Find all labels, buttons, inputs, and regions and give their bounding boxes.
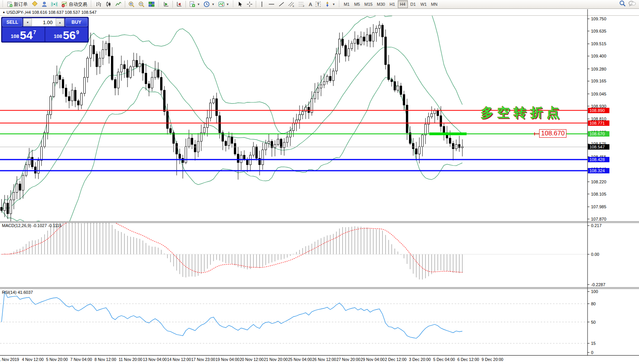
price-label-box[interactable]: 108.670	[539, 129, 566, 138]
main-toolbar: 新订单 自动交易 ▼ ▼ ▼ E F A T ▼ M1M5M15M30H1H4D…	[0, 0, 639, 9]
rsi-tick: 100	[591, 289, 598, 294]
horizontal-line-icon	[268, 1, 275, 7]
timeframe-H4[interactable]: H4	[398, 0, 408, 8]
time-axis-label: 17 Nov 23:00	[191, 357, 215, 362]
bar-chart-button[interactable]	[94, 0, 103, 8]
rsi-tick: 50	[591, 320, 596, 324]
panel-separator[interactable]	[0, 288, 639, 289]
svg-text:F: F	[303, 5, 305, 7]
zoom-out-button[interactable]	[137, 0, 146, 8]
auto-scroll-button[interactable]	[161, 0, 171, 8]
panel-separator[interactable]	[0, 221, 639, 222]
time-axis-label: 21 Nov 20:00	[264, 357, 288, 362]
fibonacci-icon: F	[298, 1, 305, 7]
chart-annotation-text[interactable]: 多空转折点	[481, 104, 563, 122]
toolbar-grip[interactable]	[2, 1, 4, 8]
chevron-down-icon: ▼	[226, 3, 229, 6]
volume-decrease-button[interactable]: ▼	[23, 18, 32, 26]
cursor-button[interactable]	[236, 0, 245, 8]
horizontal-line-tool[interactable]	[267, 0, 276, 8]
price-tick: 107.985	[591, 204, 606, 209]
timeframe-D1[interactable]: D1	[408, 0, 418, 8]
text-label-tool[interactable]: T	[314, 0, 322, 8]
indicators-button[interactable]: ▼	[217, 0, 231, 8]
arrows-tool[interactable]: ▼	[323, 0, 337, 8]
periods-button[interactable]: ▼	[202, 0, 216, 8]
candlestick-icon	[105, 1, 112, 7]
price-badge-108.670: 108.670	[588, 131, 609, 137]
gold-diamond-icon	[31, 1, 38, 7]
macd-tick: -0.2287	[591, 282, 605, 287]
bar-chart-icon	[95, 1, 102, 7]
price-badge-108.324: 108.324	[588, 168, 609, 173]
macd-tick: 0.217	[591, 223, 602, 228]
charts-button[interactable]	[30, 0, 39, 8]
price-tick: 109.515	[591, 41, 606, 46]
toolbar-grip[interactable]	[90, 1, 93, 8]
time-axis-label: 9 Dec 20:00	[482, 357, 503, 362]
line-chart-icon	[115, 1, 122, 7]
zoom-in-button[interactable]	[127, 0, 136, 8]
rsi-tick: 80	[591, 301, 596, 306]
price-tick: 108.105	[591, 192, 606, 196]
auto-scroll-icon	[163, 1, 169, 7]
trendline-tool[interactable]	[277, 0, 286, 8]
price-tick: 107.870	[591, 217, 606, 221]
time-axis-label: 1 Nov 2019	[0, 357, 19, 362]
new-order-button[interactable]: 新订单	[5, 0, 29, 8]
panel-separator[interactable]	[0, 287, 639, 288]
channel-tool[interactable]: E	[286, 0, 296, 8]
vertical-line-icon	[259, 1, 265, 7]
timeframe-M5[interactable]: M5	[352, 0, 362, 8]
search-icon[interactable]	[619, 0, 626, 8]
chevron-down-icon: ▼	[332, 3, 335, 6]
text-tool[interactable]: A	[307, 0, 314, 8]
autotrading-button[interactable]: 自动交易	[60, 0, 89, 8]
buy-button[interactable]: BUY	[65, 18, 88, 26]
volume-value[interactable]: 1.00	[32, 18, 56, 26]
toolbar-grip[interactable]	[232, 1, 235, 8]
panel-separator[interactable]	[0, 222, 639, 223]
price-tick: 109.045	[591, 92, 606, 96]
sell-price[interactable]: 108 54 7	[2, 27, 45, 41]
time-axis-label: 5 Nov 20:00	[46, 357, 68, 362]
buy-price-sup: 9	[76, 29, 79, 35]
profile-button[interactable]	[40, 0, 49, 8]
timeframe-M15[interactable]: M15	[363, 0, 374, 8]
fibonacci-tool[interactable]: F	[297, 0, 307, 8]
time-axis-label: 29 Nov 04:00	[361, 357, 384, 362]
candlestick-button[interactable]	[104, 0, 113, 8]
timeframe-MN[interactable]: MN	[429, 0, 439, 8]
chat-icon[interactable]	[628, 0, 636, 8]
symbol-ohlc-text: USDJPY-,H4 108.616 108.637 108.537 108.5…	[7, 10, 96, 15]
price-badge-108.547: 108.547	[588, 144, 609, 150]
vertical-line-tool[interactable]	[258, 0, 266, 8]
timeframe-M30[interactable]: M30	[375, 0, 387, 8]
time-axis-label: 8 Nov 12:00	[94, 357, 116, 362]
toolbar-grip[interactable]	[157, 1, 160, 8]
zoom-out-icon	[138, 1, 145, 8]
crosshair-button[interactable]	[245, 0, 254, 8]
time-axis-label: 14 Nov 12:00	[167, 357, 191, 362]
price-chart-canvas[interactable]	[0, 0, 639, 364]
time-axis-label: 3 Dec 20:00	[409, 357, 431, 362]
sell-button[interactable]: SELL	[2, 18, 22, 26]
price-direction-icon: ▲	[2, 10, 5, 14]
chevron-down-icon: ▼	[197, 3, 200, 6]
volume-increase-button[interactable]: ▲	[56, 18, 64, 26]
new-chart-button[interactable]: ▼	[187, 0, 202, 8]
time-axis-label: 20 Nov 12:00	[240, 357, 263, 362]
signals-button[interactable]	[50, 0, 59, 8]
line-chart-button[interactable]	[114, 0, 123, 8]
timeframe-M1[interactable]: M1	[342, 0, 352, 8]
tile-windows-button[interactable]	[147, 0, 156, 8]
timeframe-W1[interactable]: W1	[419, 0, 429, 8]
buy-price[interactable]: 108 56 9	[45, 27, 88, 41]
toolbar-grip[interactable]	[338, 1, 341, 8]
time-axis-label: 11 Nov 20:00	[119, 357, 142, 362]
timeframe-H1[interactable]: H1	[387, 0, 397, 8]
new-order-icon	[7, 2, 13, 7]
new-order-label: 新订单	[14, 1, 28, 8]
chart-shift-button[interactable]	[174, 0, 184, 8]
autotrading-label: 自动交易	[69, 1, 87, 8]
